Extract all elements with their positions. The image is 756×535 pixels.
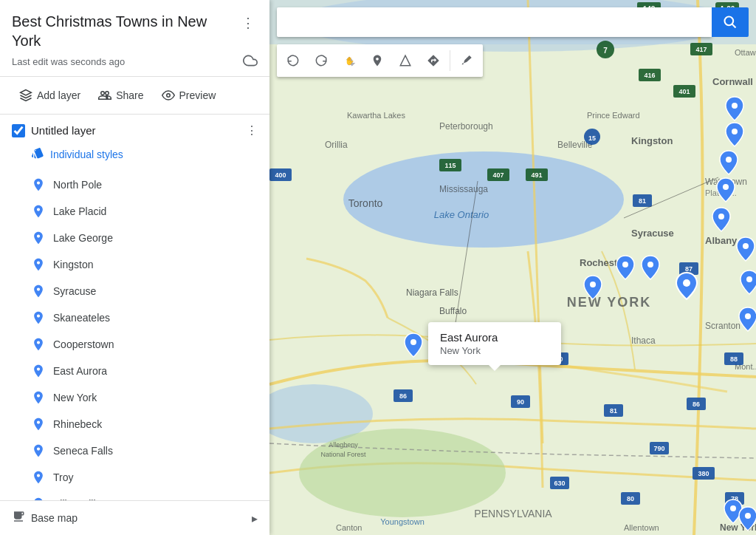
redo-icon xyxy=(315,54,328,67)
svg-point-93 xyxy=(647,262,653,268)
add-layer-button[interactable]: Add layer xyxy=(12,83,88,108)
svg-point-101 xyxy=(730,505,736,511)
svg-text:Allegheny: Allegheny xyxy=(329,441,358,449)
redo-button[interactable] xyxy=(308,47,334,74)
place-name: Troy xyxy=(53,471,73,483)
place-pin-icon xyxy=(31,231,46,245)
place-name: Lake Placid xyxy=(53,205,106,217)
pan-icon: ✋ xyxy=(343,54,356,67)
base-map-label: Base map xyxy=(31,512,78,524)
svg-point-102 xyxy=(745,513,751,519)
cloud-save-button[interactable] xyxy=(243,53,258,70)
svg-text:86: 86 xyxy=(399,392,407,400)
measure-button[interactable] xyxy=(453,47,480,74)
layer-title-row: Untitled layer xyxy=(12,124,96,137)
place-pin-icon xyxy=(31,177,46,192)
marker-icon xyxy=(371,54,384,67)
list-item[interactable]: Rhinebeck xyxy=(0,411,269,437)
svg-text:81: 81 xyxy=(639,197,646,205)
list-item[interactable]: Lake George xyxy=(0,225,269,251)
location-popup: East Aurora New York xyxy=(428,322,561,365)
svg-text:Prince Edward: Prince Edward xyxy=(587,111,640,120)
search-icon xyxy=(723,15,738,30)
place-name: Seneca Falls xyxy=(53,445,113,457)
svg-text:380: 380 xyxy=(698,470,709,477)
undo-icon xyxy=(286,54,300,67)
list-item[interactable]: Cooperstown xyxy=(0,331,269,358)
individual-styles-label: Individual styles xyxy=(50,149,123,160)
svg-point-85 xyxy=(732,103,738,109)
svg-point-97 xyxy=(745,313,751,319)
style-icon xyxy=(31,146,44,163)
svg-text:Lake Ontario: Lake Ontario xyxy=(434,209,489,220)
base-map-chevron-icon: ▸ xyxy=(252,511,258,525)
list-item[interactable]: Lake Placid xyxy=(0,198,269,225)
svg-text:Cornwall: Cornwall xyxy=(712,76,753,87)
place-pin-icon xyxy=(31,257,46,272)
svg-text:Ithaca: Ithaca xyxy=(631,335,656,346)
place-pin-icon xyxy=(31,204,46,219)
svg-point-92 xyxy=(622,262,628,268)
map-toolbar: ✋ xyxy=(277,44,483,77)
layer-more-button[interactable]: ⋮ xyxy=(246,123,258,137)
svg-marker-104 xyxy=(400,55,410,66)
svg-text:416: 416 xyxy=(644,72,655,79)
list-item[interactable]: North Pole xyxy=(0,171,269,198)
svg-text:417: 417 xyxy=(695,46,707,53)
layer-section: Untitled layer ⋮ Individual styles North… xyxy=(0,115,269,500)
svg-text:Mississauga: Mississauga xyxy=(439,184,488,194)
layer-checkbox[interactable] xyxy=(12,124,25,137)
preview-button[interactable]: Preview xyxy=(154,83,224,108)
list-item[interactable]: New York xyxy=(0,384,269,411)
svg-text:400: 400 xyxy=(275,171,286,179)
map-search-button[interactable] xyxy=(712,7,749,37)
svg-text:Ottawa: Ottawa xyxy=(735,48,756,57)
svg-text:80: 80 xyxy=(627,495,634,502)
svg-text:87: 87 xyxy=(685,265,693,273)
list-item[interactable]: Troy xyxy=(0,464,269,491)
base-map-section[interactable]: Base map ▸ xyxy=(0,500,269,535)
place-name: Cooperstown xyxy=(53,338,114,350)
sidebar-more-button[interactable]: ⋮ xyxy=(238,12,258,34)
measure-icon xyxy=(460,54,473,67)
draw-icon xyxy=(399,54,412,67)
svg-text:Kingston: Kingston xyxy=(631,135,673,146)
share-button[interactable]: Share xyxy=(91,83,151,108)
place-pin-icon xyxy=(31,390,46,405)
map-background: Lake Ontario NEW YORK Allegheny National… xyxy=(269,0,756,535)
map-search-input[interactable] xyxy=(277,7,712,37)
list-item[interactable]: Syracuse xyxy=(0,278,269,304)
undo-button[interactable] xyxy=(280,47,306,74)
place-name: North Pole xyxy=(53,179,102,191)
map-area: Lake Ontario NEW YORK Allegheny National… xyxy=(269,0,756,535)
individual-styles-row[interactable]: Individual styles xyxy=(0,143,269,168)
map-search-bar xyxy=(277,7,749,37)
svg-point-95 xyxy=(590,282,596,287)
list-item[interactable]: Seneca Falls xyxy=(0,437,269,464)
list-item[interactable]: Kingston xyxy=(0,251,269,278)
directions-button[interactable] xyxy=(420,47,447,74)
place-name: Skaneateles xyxy=(53,312,110,324)
svg-point-89 xyxy=(718,214,724,219)
svg-point-1 xyxy=(166,94,170,98)
layer-title: Untitled layer xyxy=(31,124,96,137)
share-icon xyxy=(98,89,111,102)
draw-button[interactable] xyxy=(392,47,419,74)
pan-button[interactable]: ✋ xyxy=(336,47,362,74)
share-label: Share xyxy=(116,89,143,101)
map-title: Best Christmas Towns in New York xyxy=(12,12,238,50)
place-name: East Aurora xyxy=(53,365,107,377)
list-item[interactable]: East Aurora xyxy=(0,358,269,384)
base-map-icon xyxy=(12,510,25,526)
list-item[interactable]: Skaneateles xyxy=(0,304,269,331)
svg-text:Canton: Canton xyxy=(336,523,362,532)
list-item[interactable]: Ellicottville xyxy=(0,491,269,500)
svg-point-94 xyxy=(683,279,690,287)
svg-point-87 xyxy=(726,157,732,163)
svg-text:National Forest: National Forest xyxy=(320,451,366,458)
place-name: New York xyxy=(53,392,97,403)
last-edit-label: Last edit was seconds ago xyxy=(12,56,125,67)
marker-button[interactable] xyxy=(364,47,391,74)
preview-icon xyxy=(162,89,175,102)
svg-text:Orillia: Orillia xyxy=(325,140,348,150)
